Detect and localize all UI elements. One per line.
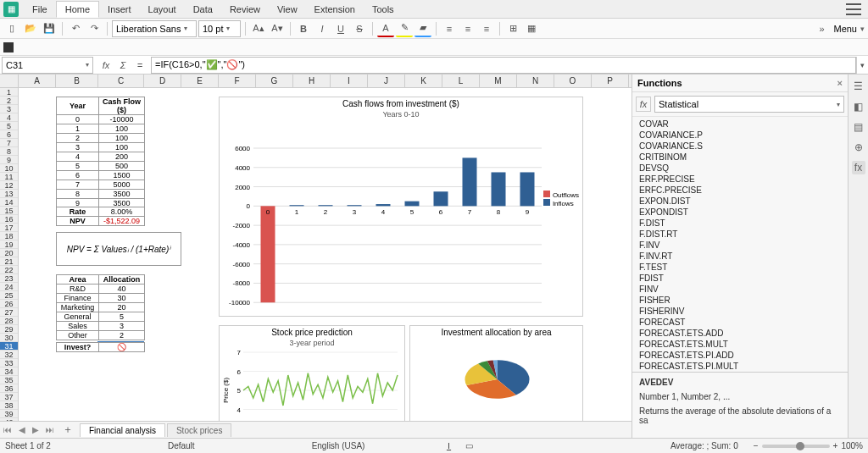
row-18[interactable]: 18 (0, 232, 18, 240)
row-40[interactable]: 40 (0, 418, 18, 421)
col-B[interactable]: B (56, 75, 98, 87)
row-9[interactable]: 9 (0, 156, 18, 164)
hamburger-icon[interactable] (846, 3, 861, 15)
col-M[interactable]: M (480, 75, 517, 87)
zoom-out-icon[interactable]: − (754, 441, 759, 450)
row-36[interactable]: 36 (0, 384, 18, 393)
function-expon.dist[interactable]: EXPON.DIST (632, 196, 848, 207)
col-L[interactable]: L (442, 75, 480, 87)
row-34[interactable]: 34 (0, 367, 18, 376)
function-finv[interactable]: FINV (632, 284, 848, 295)
function-f.dist[interactable]: F.DIST (632, 218, 848, 229)
row-25[interactable]: 25 (0, 291, 18, 300)
navigator-icon[interactable]: ⊕ (852, 141, 865, 154)
function-f.test[interactable]: F.TEST (632, 262, 848, 273)
menu-extension[interactable]: Extension (306, 2, 364, 17)
function-covar[interactable]: COVAR (632, 119, 848, 130)
row-32[interactable]: 32 (0, 351, 18, 359)
row-28[interactable]: 28 (0, 317, 18, 325)
col-E[interactable]: E (181, 75, 219, 87)
function-forecast.ets.pi.mult[interactable]: FORECAST.ETS.PI.MULT (632, 361, 848, 372)
bold-icon[interactable]: B (295, 20, 312, 37)
italic-icon[interactable]: I (314, 20, 331, 37)
expand-icon[interactable]: » (813, 20, 830, 37)
font-size-combo[interactable]: 10 pt▾ (198, 20, 241, 37)
row-2[interactable]: 2 (0, 97, 18, 105)
font-name-combo[interactable]: Liberation Sans▾ (112, 20, 197, 37)
row-10[interactable]: 10 (0, 164, 18, 173)
row-16[interactable]: 16 (0, 215, 18, 224)
row-8[interactable]: 8 (0, 147, 18, 156)
function-fisherinv[interactable]: FISHERINV (632, 306, 848, 317)
formula-input[interactable]: =IF(C16>0,"✅","🚫") (151, 57, 856, 74)
sheet-tab-1[interactable]: Stock prices (167, 423, 231, 437)
underline-icon[interactable]: U (332, 20, 349, 37)
zoom-slider[interactable] (762, 445, 830, 448)
redo-icon[interactable]: ↷ (86, 20, 103, 37)
menu-insert[interactable]: Insert (99, 2, 140, 17)
row-26[interactable]: 26 (0, 300, 18, 308)
row-31[interactable]: 31 (0, 342, 18, 351)
merge-icon[interactable]: ⊞ (504, 20, 521, 37)
row-38[interactable]: 38 (0, 401, 18, 410)
row-35[interactable]: 35 (0, 376, 18, 384)
row-6[interactable]: 6 (0, 130, 18, 139)
undo-icon[interactable]: ↶ (67, 20, 84, 37)
align-right-icon[interactable]: ≡ (478, 20, 495, 37)
col-K[interactable]: K (405, 75, 442, 87)
tab-prev-icon[interactable]: ◀ (15, 425, 29, 434)
tab-first-icon[interactable]: ⏮ (0, 425, 15, 434)
menu-view[interactable]: View (269, 2, 306, 17)
row-24[interactable]: 24 (0, 283, 18, 291)
row-29[interactable]: 29 (0, 325, 18, 334)
function-list[interactable]: COVARCOVARIANCE.PCOVARIANCE.SCRITBINOMDE… (632, 117, 848, 372)
function-devsq[interactable]: DEVSQ (632, 163, 848, 174)
new-icon[interactable]: ▯ (3, 20, 20, 37)
row-7[interactable]: 7 (0, 139, 18, 147)
size-down-icon[interactable]: A▾ (269, 20, 286, 37)
row-1[interactable]: 1 (0, 88, 18, 97)
row-20[interactable]: 20 (0, 249, 18, 257)
function-erfc.precise[interactable]: ERFC.PRECISE (632, 185, 848, 196)
function-critbinom[interactable]: CRITBINOM (632, 152, 848, 163)
function-forecast.ets.add[interactable]: FORECAST.ETS.ADD (632, 328, 848, 339)
row-33[interactable]: 33 (0, 359, 18, 367)
row-12[interactable]: 12 (0, 181, 18, 190)
save-icon[interactable]: 💾 (41, 20, 58, 37)
row-27[interactable]: 27 (0, 308, 18, 317)
row-37[interactable]: 37 (0, 393, 18, 401)
function-covariance.s[interactable]: COVARIANCE.S (632, 141, 848, 152)
menu-home[interactable]: Home (56, 1, 99, 18)
name-box[interactable]: C31▾ (2, 57, 93, 74)
col-H[interactable]: H (293, 75, 331, 87)
function-f.inv[interactable]: F.INV (632, 240, 848, 251)
col-A[interactable]: A (19, 75, 56, 87)
menu-file[interactable]: File (24, 2, 56, 17)
align-left-icon[interactable]: ≡ (441, 20, 458, 37)
function-category-combo[interactable]: Statistical▾ (654, 96, 844, 113)
menu-review[interactable]: Review (221, 2, 269, 17)
function-fdist[interactable]: FDIST (632, 273, 848, 284)
row-5[interactable]: 5 (0, 122, 18, 130)
formula-expand-icon[interactable]: ▾ (856, 57, 868, 74)
sheet-tab-0[interactable]: Financial analysis (80, 423, 165, 437)
function-f.dist.rt[interactable]: F.DIST.RT (632, 229, 848, 240)
menu-tools[interactable]: Tools (364, 2, 403, 17)
row-4[interactable]: 4 (0, 113, 18, 122)
selection-mode-icon[interactable]: ▭ (465, 441, 473, 450)
col-P[interactable]: P (592, 75, 629, 87)
highlight-icon[interactable]: ✎ (396, 20, 413, 37)
function-erf.precise[interactable]: ERF.PRECISE (632, 174, 848, 185)
row-22[interactable]: 22 (0, 266, 18, 274)
col-J[interactable]: J (368, 75, 405, 87)
menu-data[interactable]: Data (185, 2, 221, 17)
object-color-icon[interactable] (3, 42, 14, 52)
row-21[interactable]: 21 (0, 257, 18, 266)
column-headers[interactable]: ABCDEFGHIJKLMNOP (0, 75, 632, 88)
row-3[interactable]: 3 (0, 105, 18, 113)
row-headers[interactable]: 1234567891011121314151617181920212223242… (0, 88, 19, 421)
col-O[interactable]: O (554, 75, 592, 87)
functions-sidebar-icon[interactable]: fx (852, 161, 865, 174)
row-39[interactable]: 39 (0, 410, 18, 418)
col-I[interactable]: I (331, 75, 368, 87)
